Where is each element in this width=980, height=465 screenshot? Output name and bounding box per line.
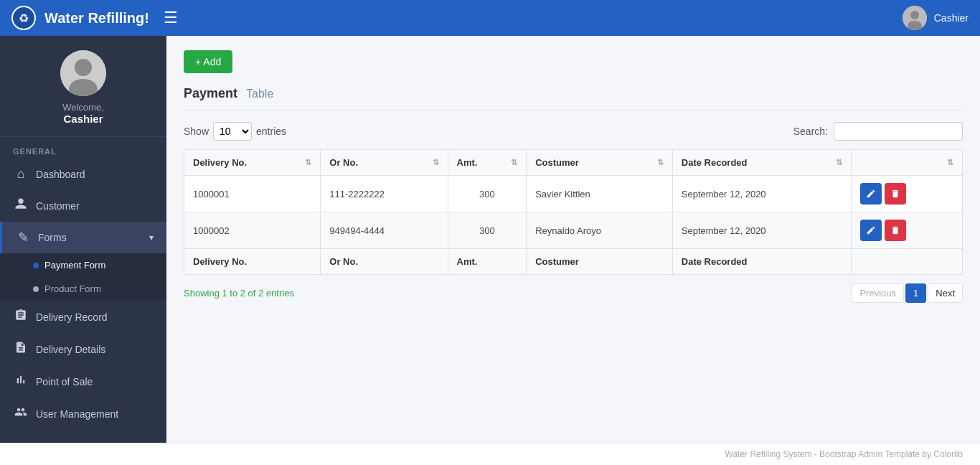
- page-subtitle: Table: [246, 88, 273, 100]
- table-controls: Show 10 25 50 100 entries Search:: [184, 122, 963, 141]
- show-entries: Show 10 25 50 100 entries: [184, 122, 286, 141]
- tfoot-or-no: Or No.: [321, 249, 448, 275]
- main-content: + Add Payment Table Show 10 25 50 100 en…: [166, 36, 980, 443]
- sidebar-label-forms: Forms: [38, 232, 67, 243]
- cell-delivery-no: 1000001: [184, 176, 321, 212]
- cell-date-recorded: September 12, 2020: [672, 176, 851, 212]
- sidebar-label-delivery-details: Delivery Details: [36, 344, 105, 355]
- th-date-label: Date Recorded: [682, 157, 748, 168]
- tfoot-customer: Costumer: [527, 249, 673, 275]
- th-customer[interactable]: Costumer ⇅: [527, 150, 673, 176]
- th-amt[interactable]: Amt. ⇅: [448, 150, 527, 176]
- sidebar-subitem-payment-form[interactable]: Payment Form: [0, 253, 166, 277]
- th-or-no-label: Or No.: [329, 157, 358, 168]
- footer-text: Water Refilling System - Bootstrap Admin…: [725, 449, 963, 459]
- entries-info: Showing 1 to 2 of 2 entries: [184, 288, 294, 299]
- sort-icon: ⇅: [433, 158, 439, 167]
- page-title-row: Payment Table: [184, 86, 963, 111]
- previous-button[interactable]: Previous: [852, 283, 904, 303]
- cell-amt: 300: [448, 176, 527, 212]
- sidebar-item-dashboard[interactable]: ⌂ Dashboard: [0, 159, 166, 189]
- sort-icon: ⇅: [657, 158, 664, 167]
- sidebar-avatar: [60, 50, 106, 96]
- payment-table: Delivery No. ⇅ Or No. ⇅ Amt. ⇅: [184, 149, 963, 275]
- next-button[interactable]: Next: [928, 283, 963, 303]
- footer: Water Refilling System - Bootstrap Admin…: [0, 443, 980, 465]
- cell-or-no: 949494-4444: [321, 212, 448, 249]
- topnav-right: Cashier: [903, 6, 969, 30]
- sort-icon: ⇅: [836, 158, 842, 167]
- sidebar-label-customer: Customer: [36, 200, 80, 212]
- sidebar-label-dashboard: Dashboard: [36, 169, 85, 180]
- th-actions: ⇅: [851, 150, 962, 176]
- forms-toggle-left: ✎ Forms: [15, 230, 67, 245]
- entries-select[interactable]: 10 25 50 100: [213, 122, 252, 141]
- point-of-sale-icon: [13, 373, 29, 390]
- th-date-recorded[interactable]: Date Recorded ⇅: [672, 150, 851, 176]
- delivery-details-icon: [13, 341, 29, 357]
- cell-amt: 300: [448, 212, 527, 249]
- tfoot-actions: [851, 249, 962, 275]
- th-or-no[interactable]: Or No. ⇅: [321, 150, 448, 176]
- sidebar-welcome: Welcome,: [62, 102, 104, 113]
- sidebar-label-payment-form: Payment Form: [44, 260, 105, 271]
- sort-icon: ⇅: [947, 158, 953, 167]
- main-layout: Welcome, Cashier GENERAL ⌂ Dashboard Cus…: [0, 36, 980, 443]
- tfoot-date-recorded: Date Recorded: [672, 249, 851, 275]
- cell-date-recorded: September 12, 2020: [672, 212, 851, 249]
- th-customer-label: Costumer: [535, 157, 579, 168]
- sort-icon: ⇅: [511, 158, 517, 167]
- svg-point-4: [75, 59, 92, 76]
- show-label: Show: [184, 126, 209, 137]
- th-delivery-no-label: Delivery No.: [193, 157, 247, 168]
- sidebar-section-label: GENERAL: [0, 137, 166, 159]
- table-footer: Showing 1 to 2 of 2 entries Previous 1 N…: [184, 283, 963, 303]
- svg-point-1: [910, 11, 919, 19]
- sidebar-label-user-management: User Management: [36, 408, 118, 420]
- brand-icon: ♻: [11, 6, 36, 30]
- edit-button[interactable]: [860, 220, 882, 241]
- search-box: Search:: [793, 122, 963, 141]
- sidebar-label-product-form: Product Form: [44, 283, 101, 294]
- customer-icon: [13, 197, 29, 214]
- sidebar-item-forms[interactable]: ✎ Forms ▾: [0, 222, 166, 253]
- cell-customer: Reynaldo Aroyo: [527, 212, 673, 249]
- edit-button[interactable]: [860, 183, 882, 205]
- cell-actions: [851, 212, 962, 249]
- table-row: 1000002 949494-4444 300 Reynaldo Aroyo S…: [184, 212, 963, 249]
- sidebar-label-delivery-record: Delivery Record: [36, 311, 108, 323]
- tfoot-delivery-no: Delivery No.: [184, 249, 321, 275]
- hamburger-menu[interactable]: ☰: [158, 6, 184, 30]
- forms-icon: ✎: [15, 230, 31, 245]
- topnav-left: ♻ Water Refilling! ☰: [11, 6, 184, 30]
- brand-name: Water Refilling!: [44, 10, 149, 27]
- sidebar-item-point-of-sale[interactable]: Point of Sale: [0, 365, 166, 398]
- sidebar-user: Welcome, Cashier: [0, 36, 166, 137]
- cell-customer: Savier Kittlen: [527, 176, 673, 212]
- delete-button[interactable]: [885, 220, 906, 241]
- sidebar-username: Cashier: [63, 113, 103, 125]
- cell-or-no: 111-2222222: [321, 176, 448, 212]
- delete-button[interactable]: [885, 183, 906, 205]
- sidebar-submenu-forms: Payment Form Product Form: [0, 253, 166, 301]
- table-footer-row: Delivery No. Or No. Amt. Costumer Date R…: [184, 249, 963, 275]
- entries-label: entries: [256, 126, 286, 137]
- sidebar-label-point-of-sale: Point of Sale: [36, 376, 93, 388]
- delivery-record-icon: [13, 309, 29, 325]
- chevron-down-icon: ▾: [149, 232, 154, 243]
- sidebar-subitem-product-form[interactable]: Product Form: [0, 277, 166, 301]
- add-button[interactable]: + Add: [184, 50, 232, 73]
- home-icon: ⌂: [13, 166, 29, 182]
- search-input[interactable]: [834, 122, 963, 141]
- sidebar-item-delivery-details[interactable]: Delivery Details: [0, 333, 166, 365]
- page-title: Payment: [184, 86, 237, 101]
- sidebar-item-delivery-record[interactable]: Delivery Record: [0, 301, 166, 333]
- sidebar-item-user-management[interactable]: User Management: [0, 398, 166, 430]
- table-row: 1000001 111-2222222 300 Savier Kittlen S…: [184, 176, 963, 212]
- topnav: ♻ Water Refilling! ☰ Cashier: [0, 0, 980, 36]
- th-delivery-no[interactable]: Delivery No. ⇅: [184, 150, 321, 176]
- table-header-row: Delivery No. ⇅ Or No. ⇅ Amt. ⇅: [184, 150, 963, 176]
- page-1-button[interactable]: 1: [905, 283, 926, 303]
- user-management-icon: [13, 405, 29, 422]
- sidebar-item-customer[interactable]: Customer: [0, 189, 166, 222]
